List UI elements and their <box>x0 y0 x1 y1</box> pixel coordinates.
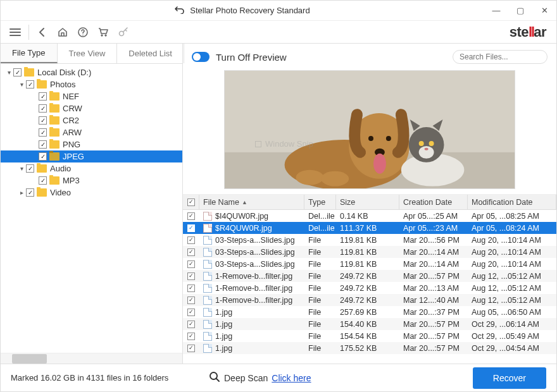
close-button[interactable]: ✕ <box>532 1 556 21</box>
file-type: File <box>304 332 336 341</box>
folder-tree[interactable]: ▾✓Local Disk (D:)▾✓Photos✓NEF✓CRW✓CR2✓AR… <box>1 64 182 353</box>
preview-toggle-label: Turn Off Preview <box>216 52 287 63</box>
deep-scan-link[interactable]: Click here <box>272 373 311 383</box>
cart-button[interactable] <box>94 23 113 41</box>
table-row[interactable]: ✓$I4QUW0R.jpgDel...ile0.14 KBApr 05...:2… <box>183 210 556 222</box>
file-created: Mar 12...:40 AM <box>399 296 468 305</box>
table-row[interactable]: ✓1-Remove-b...filter.jpgFile249.72 KBMar… <box>183 270 556 282</box>
file-icon <box>203 320 212 329</box>
file-created: Mar 20...:57 PM <box>399 272 468 281</box>
tab-deleted-list[interactable]: Deleted List <box>117 44 184 63</box>
tree-item[interactable]: ✓NEF <box>1 90 182 102</box>
tree-item[interactable]: ✓MP3 <box>1 175 182 187</box>
file-name: $I4QUW0R.jpg <box>215 212 268 221</box>
file-created: Apr 05...:25 AM <box>399 212 468 221</box>
table-row[interactable]: ✓$R4QUW0R.jpgDel...ile111.37 KBApr 05...… <box>183 222 556 234</box>
table-row[interactable]: ✓1-Remove-b...filter.jpgFile249.72 KBMar… <box>183 294 556 306</box>
tree-checkbox[interactable]: ✓ <box>26 164 34 173</box>
tree-checkbox[interactable]: ✓ <box>13 68 22 77</box>
tree-item[interactable]: ✓CRW <box>1 102 182 114</box>
tree-checkbox[interactable]: ✓ <box>26 80 34 89</box>
tree-checkbox[interactable]: ✓ <box>39 140 47 149</box>
tree-item[interactable]: ✓JPEG <box>1 150 182 162</box>
file-type: File <box>304 260 336 269</box>
titlebar: Stellar Photo Recovery Standard — ▢ ✕ <box>1 1 556 21</box>
table-row[interactable]: ✓03-Steps-a...Slides.jpgFile119.81 KBMar… <box>183 234 556 246</box>
col-header-name[interactable]: File Name▲ <box>199 195 304 209</box>
tree-toggle-icon[interactable]: ▾ <box>17 81 26 88</box>
tree-item[interactable]: ▸✓Video <box>1 187 182 199</box>
row-checkbox[interactable]: ✓ <box>187 345 195 352</box>
select-all-checkbox[interactable]: ✓ <box>187 199 195 206</box>
left-pane: File Type Tree View Deleted List ▾✓Local… <box>1 44 183 364</box>
table-row[interactable]: ✓1.jpgFile175.52 KBMar 20...:57 PMOct 29… <box>183 342 556 354</box>
row-checkbox[interactable]: ✓ <box>187 285 195 292</box>
tree-checkbox[interactable]: ✓ <box>39 152 47 161</box>
tree-checkbox[interactable]: ✓ <box>39 92 47 101</box>
tree-checkbox[interactable]: ✓ <box>39 176 47 185</box>
tree-item[interactable]: ✓ARW <box>1 126 182 138</box>
table-row[interactable]: ✓1-Remove-b...filter.jpgFile249.72 KBMar… <box>183 282 556 294</box>
tree-item[interactable]: ▾✓Local Disk (D:) <box>1 66 182 78</box>
col-header-type[interactable]: Type <box>304 195 336 209</box>
tree-checkbox[interactable]: ✓ <box>26 188 34 197</box>
tab-file-type[interactable]: File Type <box>1 44 58 63</box>
tree-checkbox[interactable]: ✓ <box>39 116 47 125</box>
tree-item[interactable]: ✓PNG <box>1 138 182 150</box>
help-button[interactable] <box>73 23 92 41</box>
file-created: Mar 20...:57 PM <box>399 344 468 353</box>
table-body[interactable]: ✓$I4QUW0R.jpgDel...ile0.14 KBApr 05...:2… <box>183 210 556 364</box>
back-button[interactable] <box>33 23 52 41</box>
table-row[interactable]: ✓1.jpgFile154.54 KBMar 20...:57 PMOct 29… <box>183 330 556 342</box>
row-checkbox[interactable]: ✓ <box>187 248 195 256</box>
tree-toggle-icon[interactable]: ▸ <box>17 189 26 196</box>
file-created: Mar 20...:57 PM <box>399 332 468 341</box>
file-icon <box>203 212 212 221</box>
tree-item[interactable]: ▾✓Photos <box>1 78 182 90</box>
menu-button[interactable] <box>6 23 25 41</box>
row-checkbox[interactable]: ✓ <box>187 224 195 232</box>
row-checkbox[interactable]: ✓ <box>187 297 195 304</box>
undo-icon <box>175 5 185 16</box>
file-name: 1.jpg <box>215 344 232 353</box>
row-checkbox[interactable]: ✓ <box>187 236 195 244</box>
search-box[interactable] <box>453 50 548 64</box>
svg-point-18 <box>429 141 434 146</box>
tab-tree-view[interactable]: Tree View <box>58 44 118 63</box>
tree-toggle-icon[interactable]: ▾ <box>4 69 13 76</box>
key-button[interactable] <box>114 23 133 41</box>
file-type: File <box>304 296 336 305</box>
row-checkbox[interactable]: ✓ <box>187 212 195 220</box>
tree-scrollbar[interactable] <box>1 353 182 364</box>
home-button[interactable] <box>53 23 72 41</box>
col-header-size[interactable]: Size <box>336 195 399 209</box>
table-row[interactable]: ✓1.jpgFile154.40 KBMar 20...:57 PMOct 29… <box>183 318 556 330</box>
tree-item[interactable]: ✓CR2 <box>1 114 182 126</box>
tree-item[interactable]: ▾✓Audio <box>1 162 182 175</box>
file-icon <box>203 308 212 317</box>
row-checkbox[interactable]: ✓ <box>187 309 195 316</box>
row-checkbox[interactable]: ✓ <box>187 273 195 280</box>
search-input[interactable] <box>460 52 554 61</box>
separator <box>28 25 29 40</box>
tree-checkbox[interactable]: ✓ <box>39 128 47 137</box>
tree-checkbox[interactable]: ✓ <box>39 104 47 113</box>
tree-item-label: Local Disk (D:) <box>37 68 91 77</box>
row-checkbox[interactable]: ✓ <box>187 333 195 340</box>
file-type: File <box>304 248 336 257</box>
file-modified: Aug 12, ...05:12 AM <box>468 272 556 281</box>
preview-toggle[interactable] <box>192 52 210 62</box>
minimize-button[interactable]: — <box>484 1 508 21</box>
file-size: 119.81 KB <box>336 260 399 269</box>
table-row[interactable]: ✓03-Steps-a...Slides.jpgFile119.81 KBMar… <box>183 246 556 258</box>
col-header-created[interactable]: Creation Date <box>399 195 468 209</box>
recover-button[interactable]: Recover <box>473 367 546 389</box>
table-row[interactable]: ✓1.jpgFile257.69 KBMar 20...:37 PMAug 05… <box>183 306 556 318</box>
row-checkbox[interactable]: ✓ <box>187 260 195 268</box>
maximize-button[interactable]: ▢ <box>508 1 532 21</box>
tree-toggle-icon[interactable]: ▾ <box>17 165 26 172</box>
folder-icon <box>49 140 59 149</box>
col-header-modified[interactable]: Modification Date <box>468 195 556 209</box>
table-row[interactable]: ✓03-Steps-a...Slides.jpgFile119.81 KBMar… <box>183 258 556 270</box>
row-checkbox[interactable]: ✓ <box>187 321 195 328</box>
